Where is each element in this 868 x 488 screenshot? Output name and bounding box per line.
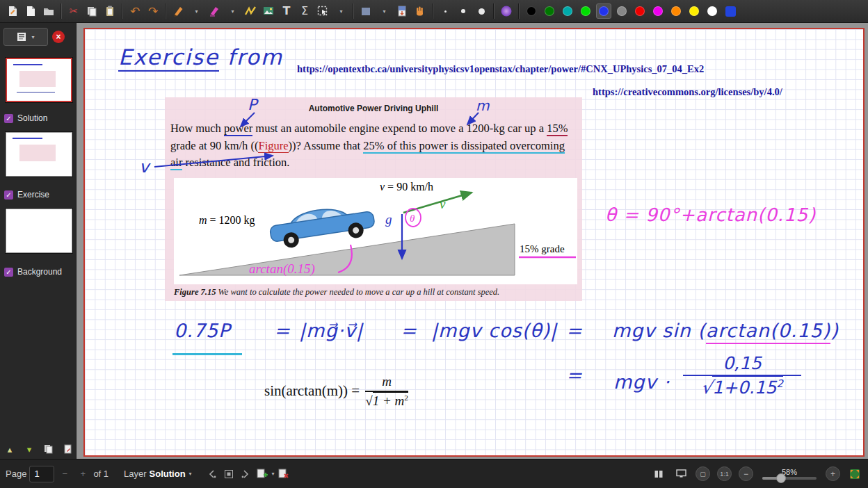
- zoom-fit-button[interactable]: ▢: [696, 466, 710, 481]
- new-page-icon[interactable]: [22, 2, 39, 20]
- shape-tool-icon[interactable]: [357, 2, 374, 20]
- toolbar-separator: [122, 3, 123, 19]
- toolbar-separator: [493, 3, 495, 19]
- fullscreen-icon[interactable]: [847, 466, 862, 482]
- zoom-slider[interactable]: [762, 477, 817, 480]
- status-bar: Page − + of 1 Layer Solution ▾ ▾ ▢ 1:1: [0, 459, 868, 488]
- source-url-link[interactable]: https://opentextbc.ca/universityphysicsv…: [297, 63, 704, 75]
- duplicate-page-icon[interactable]: [42, 442, 56, 456]
- pen-options-chevron-icon[interactable]: ▾: [188, 2, 204, 20]
- shape-recognizer-icon[interactable]: [242, 2, 259, 20]
- swatch-white[interactable]: [704, 2, 721, 20]
- toolbar-separator: [432, 3, 433, 19]
- undo-icon[interactable]: ↶: [127, 2, 143, 20]
- math-tex-tool-icon[interactable]: Σ: [296, 2, 313, 20]
- layer-checkbox[interactable]: ✓: [4, 114, 13, 123]
- figure-link[interactable]: Figure: [258, 139, 288, 153]
- copy-icon[interactable]: [83, 2, 100, 20]
- handwritten-heading: Exercise from: [118, 44, 283, 70]
- select-tool-icon[interactable]: [314, 2, 331, 20]
- paste-icon[interactable]: [102, 2, 118, 20]
- document-icon[interactable]: [4, 2, 21, 20]
- pen-tool-icon[interactable]: [170, 2, 186, 20]
- sidebar-close-button[interactable]: ×: [52, 31, 65, 43]
- layer-thumbnail-solution[interactable]: [6, 58, 72, 102]
- eq1-lhs: 0.75P: [174, 320, 230, 341]
- presentation-mode-icon[interactable]: [673, 466, 689, 482]
- delete-layer-icon[interactable]: [276, 466, 291, 482]
- vertical-space-tool-icon[interactable]: [394, 2, 410, 20]
- swatch-gray[interactable]: [613, 2, 630, 20]
- license-url-link[interactable]: https://creativecommons.org/licenses/by/…: [593, 86, 782, 98]
- figure-caption: Figure 7.15 We want to calculate the pow…: [174, 287, 577, 298]
- open-folder-icon[interactable]: [40, 2, 57, 20]
- swatch-red[interactable]: [632, 2, 648, 20]
- redo-icon[interactable]: ↷: [145, 2, 161, 20]
- hand-tool-icon[interactable]: [412, 2, 428, 20]
- swatch-lime[interactable]: [577, 2, 594, 20]
- eq1-equals-3: =: [566, 320, 583, 341]
- zoom-slider-knob[interactable]: [776, 473, 786, 483]
- document-page[interactable]: Exercise from https://opentextbc.ca/univ…: [83, 28, 865, 457]
- layer-select-chevron-icon[interactable]: ▾: [189, 471, 192, 477]
- highlighter-tool-icon[interactable]: [206, 2, 223, 20]
- thumb-decoration: [13, 64, 42, 65]
- swatch-magenta[interactable]: [650, 2, 666, 20]
- layer-thumbnail-exercise[interactable]: [6, 132, 72, 177]
- annotation-p: P: [248, 96, 257, 113]
- swatch-black[interactable]: [523, 2, 540, 20]
- swatch-green[interactable]: [541, 2, 558, 20]
- stroke-medium-button[interactable]: [455, 2, 472, 20]
- text-tool-icon[interactable]: T: [278, 2, 295, 20]
- thumb-decoration: [13, 138, 42, 139]
- eq2-equals: =: [566, 364, 583, 386]
- layer-thumbnail-background[interactable]: [6, 209, 72, 253]
- eq1-term-1: |mg⃗·v⃗|: [299, 320, 363, 341]
- move-page-icon[interactable]: [61, 442, 75, 456]
- color-picker-button[interactable]: [722, 2, 739, 20]
- layer-row-solution[interactable]: ✓ Solution: [4, 113, 47, 123]
- add-layer-icon[interactable]: [255, 466, 270, 482]
- page-increment-button[interactable]: +: [75, 466, 90, 482]
- sidebar-mode-dropdown[interactable]: ▾: [3, 28, 48, 46]
- zoom-out-button[interactable]: −: [739, 466, 753, 481]
- page-count-label: of 1: [93, 469, 108, 479]
- thumb-decoration: [17, 92, 55, 93]
- cut-icon[interactable]: ✂: [65, 2, 82, 20]
- color-spiral-icon[interactable]: [498, 2, 515, 20]
- mass-label: m = 1200 kg: [199, 214, 255, 227]
- next-annotation-icon[interactable]: [238, 466, 253, 482]
- highlighter-options-chevron-icon[interactable]: ▾: [224, 2, 241, 20]
- page-decrement-button[interactable]: −: [57, 466, 72, 482]
- main-toolbar: ✂ ↶ ↷ ▾ ▾ T Σ ▾ ▾: [0, 0, 868, 23]
- swatch-cyan[interactable]: [559, 2, 576, 20]
- page-number-input[interactable]: [29, 466, 54, 482]
- snap-grid-icon[interactable]: [221, 466, 236, 482]
- layer-checkbox[interactable]: ✓: [4, 268, 13, 277]
- layer-select-value[interactable]: Solution: [150, 469, 186, 479]
- layer-row-exercise[interactable]: ✓ Exercise: [4, 190, 49, 200]
- g-vector-note: g⃗: [385, 212, 402, 227]
- layer-checkbox[interactable]: ✓: [4, 190, 13, 200]
- velocity-arrow: [403, 193, 472, 213]
- layer-row-background[interactable]: ✓ Background: [4, 267, 62, 277]
- prev-annotation-icon[interactable]: [204, 466, 220, 482]
- zoom-in-button[interactable]: +: [826, 466, 840, 481]
- thumb-decoration: [19, 71, 56, 87]
- select-options-chevron-icon[interactable]: ▾: [332, 2, 349, 20]
- scroll-up-icon[interactable]: ▴: [3, 442, 17, 456]
- image-tool-icon[interactable]: [260, 2, 277, 20]
- v-vector-note: v⃗: [440, 197, 456, 211]
- eq1-equals-2: =: [401, 320, 417, 341]
- stroke-thick-button[interactable]: [473, 2, 490, 20]
- shape-options-chevron-icon[interactable]: ▾: [376, 2, 392, 20]
- paired-pages-icon[interactable]: [651, 466, 666, 482]
- layer-label: Exercise: [17, 190, 49, 200]
- zoom-original-button[interactable]: 1:1: [717, 466, 732, 481]
- swatch-blue-selected[interactable]: [595, 2, 612, 20]
- add-layer-chevron-icon[interactable]: ▾: [272, 471, 275, 477]
- stroke-fine-button[interactable]: [437, 2, 453, 20]
- swatch-yellow[interactable]: [686, 2, 702, 20]
- swatch-orange[interactable]: [668, 2, 684, 20]
- scroll-down-icon[interactable]: ▾: [22, 442, 36, 456]
